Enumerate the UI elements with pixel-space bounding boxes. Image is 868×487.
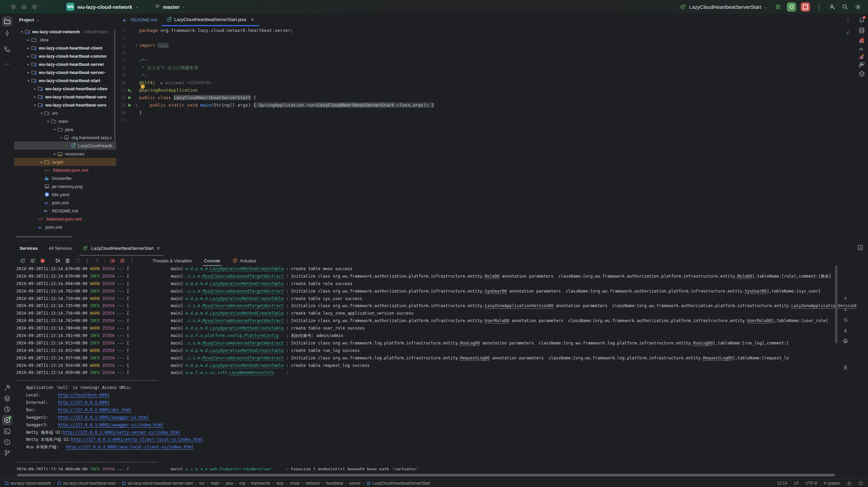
console-vertical-scrollbar[interactable] — [835, 265, 837, 343]
tab-running-service[interactable]: LazyCloudHeartbeatServerStart ✕ — [77, 241, 165, 256]
indent-setting[interactable]: 4 spaces — [824, 481, 840, 486]
chevron-down-icon[interactable]: ▾ — [59, 136, 64, 139]
logger-link[interactable]: MysqlSourceAdvancedTargetAbstract — [203, 341, 283, 345]
tree-item-dockerfile[interactable]: Dockerfile — [14, 174, 116, 182]
tab-lazycloudheartbeatserverstart[interactable]: LazyCloudHeartbeatServerStart.java ✕ — [162, 14, 259, 26]
chevron-right-icon[interactable]: ▸ — [26, 46, 31, 50]
chevron-down-icon[interactable]: ▾ — [26, 79, 31, 82]
tab-readme[interactable]: M↓ README.md — [118, 14, 162, 26]
console-url[interactable]: http://127.0.0.1:6001 — [58, 400, 110, 405]
settings-button[interactable] — [854, 3, 862, 11]
breadcrumb-item[interactable]: LazyCloudHeartbeatServerStart — [367, 481, 430, 486]
soft-wrap-icon[interactable] — [842, 316, 849, 323]
logger-link[interactable]: LazyOperationMethodCreateTable — [210, 311, 284, 316]
logger-link[interactable]: LazyWebAddressInfo — [230, 370, 274, 375]
chevron-right-icon[interactable]: ▸ — [33, 87, 38, 91]
logger-link[interactable]: LazyOperationMethodCreateTable — [210, 348, 284, 353]
breadcrumb-item[interactable]: framework — [251, 481, 270, 486]
tab-all-services[interactable]: All Services — [43, 241, 77, 256]
console-output[interactable]: 2024-09-28T11:13:14.670+08:00 WARN 25354… — [16, 265, 856, 470]
notifications-status-icon[interactable] — [858, 481, 863, 486]
step-out-icon[interactable] — [93, 257, 101, 264]
class-link[interactable]: RequestLogDO — [703, 356, 733, 360]
logger-link[interactable]: LazyOperationMethodCreateTable — [210, 296, 284, 301]
class-link[interactable]: SysUserDO — [485, 289, 507, 294]
chevron-right-icon[interactable]: ▸ — [26, 71, 31, 74]
breadcrumb-item[interactable]: network — [306, 481, 320, 486]
notifications-button[interactable] — [858, 16, 865, 24]
tree-item-wu-lazy-cloud-heartbeat-server-[interactable]: ▸wu-lazy-cloud-heartbeat-server- — [14, 68, 116, 76]
run-configuration-selector[interactable]: LazyCloudHeartbeatServerStart ⌄ — [680, 4, 767, 10]
more-options-icon[interactable]: ⋮ — [128, 257, 136, 264]
logger-link[interactable]: MysqlSourceAdvancedTargetAbstract — [203, 303, 283, 308]
file-encoding[interactable]: UTF-8 — [806, 481, 817, 486]
tree-item-target[interactable]: ▸target — [14, 158, 116, 166]
console-url[interactable]: http://127.0.0.1:6001/swagger-ui/index.h… — [58, 423, 164, 427]
more-tool-windows-button[interactable]: ⋯ — [2, 59, 12, 69]
tree-item-wu-lazy-cloud-heartbeat-clien[interactable]: ▸wu-lazy-cloud-heartbeat-clien — [14, 85, 116, 93]
class-link[interactable]: UserRoleDO — [485, 318, 509, 323]
problems-tool-button[interactable] — [2, 437, 12, 447]
logger-link[interactable]: MysqlSourceAdvancedTargetAbstract — [203, 318, 283, 323]
logger-link[interactable]: LazyOperationMethodCreateTable — [210, 363, 284, 368]
logger-link[interactable]: PlatformConfig — [244, 333, 279, 338]
breadcrumb-item[interactable]: heartbeat — [326, 481, 343, 486]
mute-breakpoints-icon[interactable] — [118, 257, 126, 264]
project-panel-title[interactable]: Project — [19, 17, 34, 22]
view-breakpoints-icon[interactable] — [109, 257, 116, 264]
line-ending[interactable]: LF — [794, 481, 799, 486]
breadcrumb-item[interactable]: server — [349, 481, 361, 486]
chevron-down-icon[interactable]: ▾ — [52, 128, 57, 131]
tree-item-k8s-yaml[interactable]: k8s.yaml — [14, 190, 116, 199]
profiler-tool-button[interactable] — [2, 404, 12, 414]
chevron-right-icon[interactable]: ▸ — [39, 160, 44, 164]
plugin-icon[interactable] — [858, 53, 865, 60]
chevron-right-icon[interactable]: ▸ — [52, 152, 57, 156]
class-link[interactable]: LazyZoneApplicationVersionDO — [485, 303, 553, 308]
readonly-lock-icon[interactable] — [847, 481, 852, 486]
tree-item-readme-md[interactable]: M↓README.md — [14, 207, 116, 215]
more-actions-button[interactable]: ⋮ — [815, 4, 823, 10]
logger-link[interactable]: MysqlSourceAdvancedTargetAbstract — [203, 356, 283, 360]
chevron-right-icon[interactable]: ▸ — [26, 38, 31, 42]
tab-console[interactable]: Console — [199, 256, 225, 265]
tab-options-button[interactable]: ⋮ — [845, 17, 851, 23]
project-tree-horizontal-scrollbar[interactable] — [16, 236, 72, 238]
rerun-debug-icon[interactable] — [29, 257, 36, 264]
console-horizontal-scrollbar[interactable] — [17, 474, 835, 476]
chevron-down-icon[interactable]: ▾ — [39, 111, 44, 115]
breadcrumb-item[interactable]: wu-lazy-cloud-network — [5, 481, 51, 486]
commit-tool-button[interactable] — [2, 28, 12, 38]
structure-tool-button[interactable] — [2, 44, 12, 54]
tree-item-org-framework-lazy-c[interactable]: ▾org.framework.lazy.c — [14, 133, 116, 142]
logger-link[interactable]: LazyOperationMethodCreateTable — [210, 266, 284, 271]
tab-services[interactable]: Services — [14, 241, 43, 256]
resume-program-icon[interactable] — [54, 257, 61, 264]
breadcrumb-item[interactable]: org — [239, 481, 245, 486]
vcs-branch-widget[interactable]: master ⌄ — [155, 4, 185, 10]
step-over-icon[interactable] — [74, 257, 81, 264]
tab-actuator[interactable]: Actuator — [227, 256, 261, 265]
project-tree-vertical-scrollbar[interactable] — [114, 29, 115, 141]
console-url[interactable]: http://127.0.0.1:6001/netty-server-ui/in… — [63, 430, 181, 435]
code-with-me-button[interactable] — [828, 3, 836, 11]
fold-gutter-icon[interactable]: ❯ — [134, 101, 139, 109]
chevron-right-icon[interactable]: ▸ — [26, 62, 31, 66]
database-tool-button[interactable] — [858, 26, 865, 34]
tree-item-resources[interactable]: ▸resources — [14, 150, 116, 158]
window-minimize-button[interactable] — [21, 4, 26, 10]
tree-item-wu-lazy-cloud-heartbeat-serv[interactable]: ▾wu-lazy-cloud-heartbeat-serv — [14, 101, 116, 109]
console-url[interactable]: http://127.0.0.1:6001/acw-local-client-u… — [66, 445, 194, 449]
class-link[interactable]: UserRoleDO — [747, 318, 772, 323]
chevron-right-icon[interactable]: ▸ — [26, 54, 31, 58]
tree-item-wu-lazy-cloud-heartbeat-client[interactable]: ▸wu-lazy-cloud-heartbeat-client — [14, 44, 116, 52]
logger-link[interactable]: LazyOperationMethodCreateTable — [210, 326, 284, 331]
tree-item-wu-lazy-cloud-heartbeat-start[interactable]: ▾wu-lazy-cloud-heartbeat-start — [14, 76, 116, 85]
breadcrumb-item[interactable]: src — [199, 481, 205, 486]
window-close-button[interactable] — [11, 4, 16, 10]
tree-item-pom-xml[interactable]: mpom.xml — [14, 199, 116, 207]
breadcrumb-item[interactable]: java — [226, 481, 233, 486]
breadcrumb-item[interactable]: lazy — [276, 481, 283, 486]
services-tool-button[interactable] — [2, 415, 12, 425]
scroll-up-icon[interactable] — [842, 295, 849, 302]
